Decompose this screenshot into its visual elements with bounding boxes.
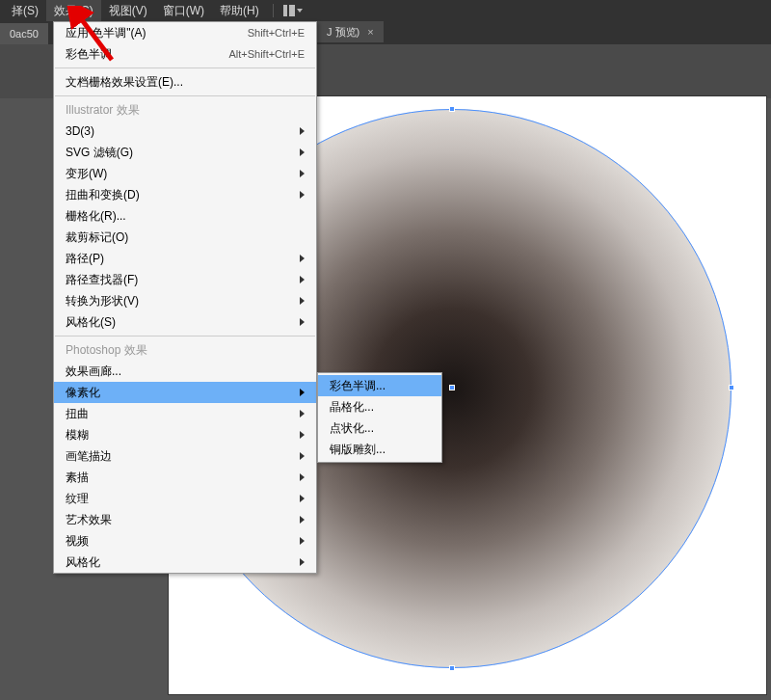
video-item[interactable]: 视频 [54, 530, 316, 552]
menu-label: 艺术效果 [66, 512, 112, 528]
stylize-item[interactable]: 风格化(S) [54, 311, 316, 333]
menu-label: 像素化 [66, 385, 100, 401]
chevron-right-icon [300, 431, 305, 439]
pixelate-submenu: 彩色半调... 晶格化... 点状化... 铜版雕刻... [317, 372, 442, 463]
menubar-divider [273, 4, 274, 17]
selection-handle-bottom[interactable] [449, 665, 455, 671]
chevron-right-icon [300, 127, 305, 135]
tab-prefix: 0ac50 [10, 28, 39, 40]
menu-label: 栅格化(R)... [66, 208, 126, 225]
menu-label: 扭曲 [66, 406, 89, 422]
menu-label: 3D(3) [66, 124, 94, 138]
distort-transform-item[interactable]: 扭曲和变换(D) [54, 184, 316, 205]
menu-label: SVG 滤镜(G) [66, 145, 133, 161]
pointillize-submenu-item[interactable]: 点状化... [318, 417, 441, 439]
menu-help[interactable]: 帮助(H) [212, 0, 267, 21]
chevron-right-icon [300, 255, 305, 262]
convert-to-shape-item[interactable]: 转换为形状(V) [54, 290, 316, 311]
apply-last-effect-item[interactable]: 应用 色半调"(A) Shift+Ctrl+E [54, 22, 316, 43]
menu-label: 彩色半调... [330, 378, 386, 394]
chevron-right-icon [300, 148, 305, 156]
selection-handle-right[interactable] [729, 385, 734, 390]
menu-label: 风格化(S) [66, 314, 116, 331]
3d-item[interactable]: 3D(3) [54, 121, 316, 142]
menu-label: 裁剪标记(O) [66, 229, 128, 246]
menu-label: 路径查找器(F) [66, 272, 138, 288]
menu-separator [55, 336, 315, 337]
chevron-right-icon [300, 473, 305, 481]
crystallize-submenu-item[interactable]: 晶格化... [318, 396, 441, 417]
menu-label: 素描 [66, 470, 89, 486]
chevron-right-icon [300, 558, 305, 566]
chevron-right-icon [300, 410, 305, 417]
path-item[interactable]: 路径(P) [54, 248, 316, 269]
chevron-right-icon [300, 389, 305, 396]
effects-dropdown: 应用 色半调"(A) Shift+Ctrl+E 彩色半调 Alt+Shift+C… [53, 21, 317, 574]
color-halftone-submenu-item[interactable]: 彩色半调... [318, 375, 441, 396]
sketch-item[interactable]: 素描 [54, 467, 316, 488]
chevron-right-icon [300, 276, 305, 283]
menu-window[interactable]: 窗口(W) [155, 0, 212, 21]
menu-select[interactable]: 择(S) [4, 0, 46, 21]
menu-label: 效果画廊... [66, 363, 121, 380]
photoshop-effects-header: Photoshop 效果 [54, 339, 316, 361]
layout-view-icon[interactable] [279, 0, 306, 21]
menu-label: 转换为形状(V) [66, 293, 139, 310]
chevron-right-icon [300, 191, 305, 199]
brush-strokes-item[interactable]: 画笔描边 [54, 445, 316, 467]
menu-label: 模糊 [66, 427, 89, 444]
chevron-right-icon [300, 537, 305, 545]
menu-effects[interactable]: 效果(C) [46, 0, 101, 21]
pathfinder-item[interactable]: 路径查找器(F) [54, 269, 316, 290]
document-tab-label[interactable]: J 预览) × [317, 21, 384, 42]
menu-shortcut: Alt+Shift+Ctrl+E [228, 48, 305, 60]
chevron-right-icon [300, 516, 305, 524]
pixelate-item[interactable]: 像素化 [54, 382, 316, 403]
texture-item[interactable]: 纹理 [54, 488, 316, 509]
menu-label: 点状化... [330, 420, 374, 437]
svg-filter-item[interactable]: SVG 滤镜(G) [54, 142, 316, 163]
chevron-right-icon [300, 297, 305, 305]
menu-shortcut: Shift+Ctrl+E [248, 27, 305, 39]
illustrator-effects-header: Illustrator 效果 [54, 99, 316, 121]
menu-label: 扭曲和变换(D) [66, 187, 140, 203]
menu-view[interactable]: 视图(V) [101, 0, 155, 21]
warp-item[interactable]: 变形(W) [54, 163, 316, 184]
chevron-right-icon [300, 452, 305, 460]
menu-label: 文档栅格效果设置(E)... [66, 74, 183, 91]
blur-item[interactable]: 模糊 [54, 424, 316, 445]
distort-ps-item[interactable]: 扭曲 [54, 403, 316, 424]
effect-gallery-item[interactable]: 效果画廊... [54, 361, 316, 382]
menu-separator [55, 67, 315, 68]
menu-label: 应用 色半调"(A) [66, 25, 146, 41]
chevron-right-icon [300, 170, 305, 177]
tab-label-text: J 预览) [327, 25, 359, 40]
menu-separator [55, 95, 315, 96]
selection-handle-center[interactable] [449, 385, 455, 390]
menu-label: 画笔描边 [66, 448, 112, 465]
close-icon[interactable]: × [367, 26, 373, 38]
doc-raster-settings-item[interactable]: 文档栅格效果设置(E)... [54, 71, 316, 93]
crop-marks-item[interactable]: 裁剪标记(O) [54, 227, 316, 248]
rasterize-item[interactable]: 栅格化(R)... [54, 205, 316, 227]
menu-label: 纹理 [66, 491, 89, 507]
selection-handle-top[interactable] [449, 106, 455, 112]
menu-label: 彩色半调 [66, 46, 112, 63]
mezzotint-submenu-item[interactable]: 铜版雕刻... [318, 439, 441, 460]
stylize-ps-item[interactable]: 风格化 [54, 552, 316, 573]
menu-label: 风格化 [66, 554, 100, 571]
color-halftone-item[interactable]: 彩色半调 Alt+Shift+Ctrl+E [54, 43, 316, 65]
menu-label: 视频 [66, 533, 89, 550]
chevron-down-icon [297, 9, 303, 13]
document-tab[interactable]: 0ac50 [0, 23, 48, 44]
menubar: 择(S) 效果(C) 视图(V) 窗口(W) 帮助(H) [0, 0, 771, 21]
menu-label: 铜版雕刻... [330, 442, 386, 458]
menu-label: 晶格化... [330, 399, 374, 416]
chevron-right-icon [300, 495, 305, 502]
artistic-item[interactable]: 艺术效果 [54, 509, 316, 530]
menu-label: 变形(W) [66, 166, 107, 182]
menu-label: 路径(P) [66, 251, 104, 267]
chevron-right-icon [300, 318, 305, 326]
